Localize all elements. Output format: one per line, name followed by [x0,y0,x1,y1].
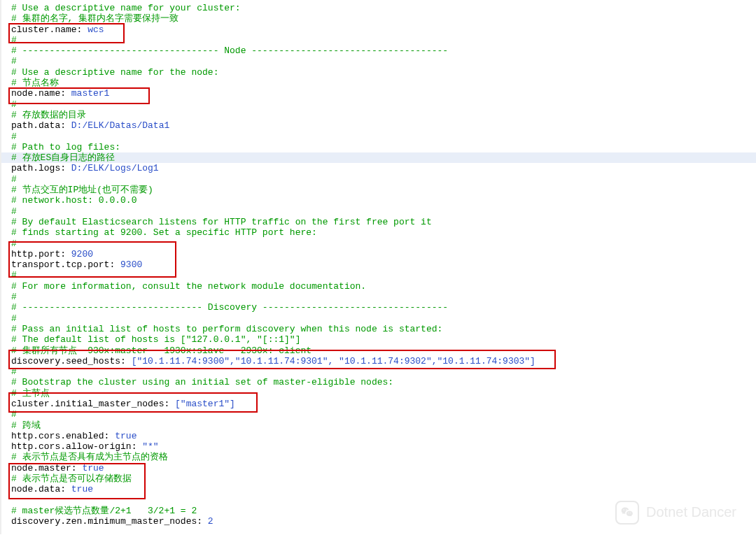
code-line: # 集群的名字, 集群内名字需要保持一致 [1,13,756,24]
code-line: # 存放ES自身日志的路径 [1,152,756,163]
code-line: http.cors.enabled: true [1,431,756,441]
code-line: # --------------------------------- Disc… [1,302,756,313]
wechat-icon [615,501,639,525]
code-line: # 节点名称 [1,78,756,88]
code-line: # [1,206,756,217]
code-line: # [1,292,756,302]
code-line: # [1,99,756,110]
code-line: discovery.seed_hosts: ["10.1.11.74:9300"… [1,356,756,366]
code-line: # Use a descriptive name for the node: [1,67,756,78]
code-line: node.data: true [1,484,756,494]
code-line: path.logs: D:/ELK/Logs/Log1 [1,163,756,173]
code-line: # [1,238,756,249]
config-code: # Use a descriptive name for your cluste… [0,0,756,534]
code-line: # 节点交互的IP地址(也可不需要) [1,185,756,195]
code-line: # [1,174,756,185]
code-line: # Pass an initial list of hosts to perfo… [1,324,756,334]
code-line: transport.tcp.port: 9300 [1,259,756,270]
code-line: # Use a descriptive name for your cluste… [1,3,756,13]
code-line: # [1,35,756,45]
code-line: # Bootstrap the cluster using an initial… [1,377,756,387]
code-line: # [1,366,756,377]
code-line: # 存放数据的目录 [1,110,756,120]
code-line: # Path to log files: [1,142,756,152]
code-line: http.port: 9200 [1,249,756,259]
code-line: # finds starting at 9200. Set a specific… [1,227,756,238]
code-line: node.master: true [1,463,756,473]
code-line: # The default list of hosts is ["127.0.0… [1,334,756,345]
code-line: cluster.name: wcs [1,24,756,35]
code-line: # [1,56,756,66]
watermark: Dotnet Dancer [615,501,736,525]
code-line: # 表示节点是否可以存储数据 [1,473,756,484]
code-line: http.cors.allow-origin: "*" [1,441,756,452]
code-line: path.data: D:/ELK/Datas/Data1 [1,120,756,131]
watermark-text: Dotnet Dancer [646,507,736,518]
code-line: # network.host: 0.0.0.0 [1,195,756,206]
code-line: # By default Elasticsearch listens for H… [1,217,756,227]
code-line: # [1,409,756,420]
code-line: cluster.initial_master_nodes: ["master1"… [1,399,756,409]
code-line: # 集群所有节点 930x:master 1930x:slave 2930x: … [1,345,756,356]
code-line: # 主节点 [1,388,756,399]
code-line: # ------------------------------------ N… [1,45,756,56]
code-line: # [1,131,756,142]
code-line: # 表示节点是否具有成为主节点的资格 [1,452,756,462]
code-line: # [1,270,756,280]
code-line: # For more information, consult the netw… [1,281,756,292]
code-line: # [1,313,756,324]
code-line: node.name: master1 [1,88,756,99]
code-line: # 跨域 [1,420,756,431]
